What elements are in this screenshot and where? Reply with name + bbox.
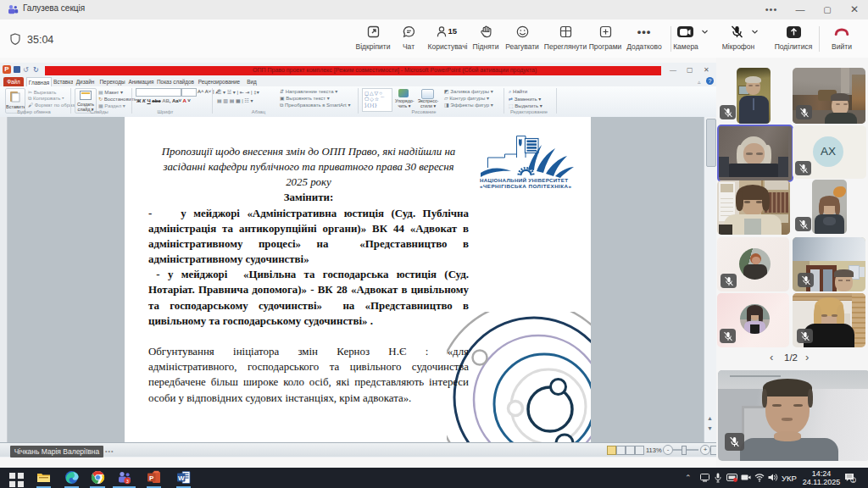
svg-text:НАЦІОНАЛЬНИЙ УНІВЕРСИТЕТ: НАЦІОНАЛЬНИЙ УНІВЕРСИТЕТ [480, 177, 568, 183]
svg-text:15: 15 [448, 26, 458, 36]
svg-text:W: W [178, 474, 185, 482]
svg-text:3: 3 [126, 479, 129, 484]
svg-text:«ЧЕРНІГІВСЬКА ПОЛІТЕХНІКА»: «ЧЕРНІГІВСЬКА ПОЛІТЕХНІКА» [480, 183, 572, 189]
svg-text:P: P [149, 474, 154, 482]
svg-text:1: 1 [852, 478, 854, 483]
